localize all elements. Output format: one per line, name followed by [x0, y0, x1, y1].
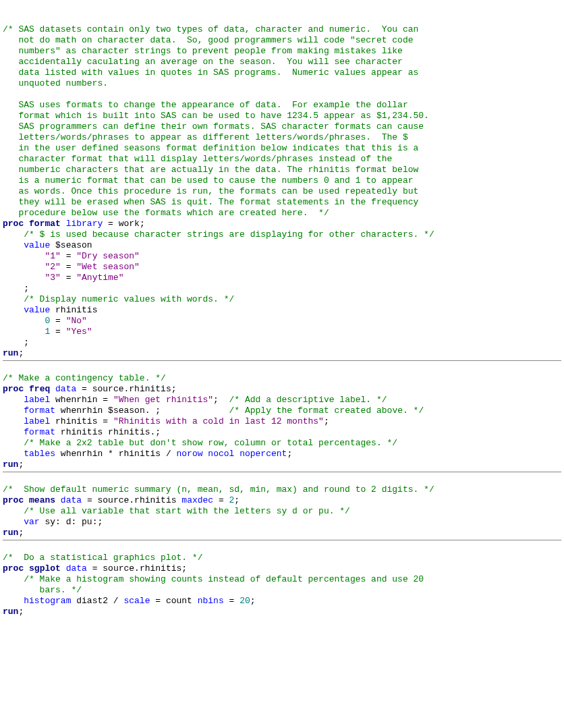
value-keyword-2: value: [24, 305, 50, 315]
divider-3: [3, 540, 561, 540]
tables-keyword: tables: [24, 449, 55, 459]
whenrhin-var-2: whenrhin: [61, 405, 103, 416]
comment-intro: /* SAS datasets contain only two types o…: [3, 24, 429, 218]
nopercent-opt: nopercent: [239, 449, 287, 459]
label-keyword: label: [24, 395, 50, 405]
comment-dollar: /* $ is used because character strings a…: [24, 229, 434, 240]
norow-opt: norow: [177, 449, 203, 459]
comment-sgplot: /* Do a statistical graphics plot. */: [3, 553, 202, 563]
diast2-var: diast2: [76, 596, 108, 606]
work-lib: work: [119, 219, 140, 229]
library-option: library: [66, 219, 103, 229]
rhin-label-text: "Rhinitis with a cold in last 12 months": [113, 416, 324, 426]
no-val: "No": [66, 316, 87, 326]
data-option-2: data: [61, 495, 82, 505]
format-keyword: format: [29, 219, 61, 229]
season-val-3: "Anytime": [76, 273, 123, 283]
data-option-3: data: [66, 563, 87, 573]
rhinitis-format-name: rhinitis: [55, 305, 97, 315]
run-keyword-4: run: [3, 607, 18, 617]
format-statement-2: format: [24, 427, 55, 437]
maxdec-opt: maxdec: [181, 495, 213, 505]
rhinitis-var-2: rhinitis: [61, 427, 103, 437]
nocol-opt: nocol: [208, 449, 234, 459]
data-option: data: [55, 384, 76, 394]
proc-keyword: proc: [3, 219, 24, 229]
season-format-apply: $season.: [108, 405, 150, 416]
proc-keyword-2: proc: [3, 384, 24, 394]
whenrhin-table: whenrhin: [61, 449, 103, 459]
season-key-2: "2": [45, 262, 60, 272]
comment-histogram: /* Make a histogram showing counts inste…: [3, 574, 424, 595]
var-keyword: var: [24, 517, 39, 527]
divider: [3, 360, 561, 361]
season-key-1: "1": [45, 251, 60, 261]
means-keyword: means: [29, 495, 55, 505]
var-list: sy: d: pu:: [45, 517, 97, 527]
rhinitis-format-apply: rhinitis.: [108, 427, 155, 437]
when-label-text: "When get rhinitis": [113, 395, 213, 405]
proc-keyword-3: proc: [3, 495, 24, 505]
sas-code-block: /* SAS datasets contain only two types o…: [3, 24, 561, 617]
rhinitis-var: rhinitis: [55, 416, 97, 426]
sgplot-keyword: sgplot: [29, 563, 61, 573]
proc-keyword-4: proc: [3, 563, 24, 573]
yes-val: "Yes": [66, 327, 92, 337]
season-val-2: "Wet season": [76, 262, 140, 272]
season-format-name: $season: [55, 240, 92, 250]
dataset-ref-2: source.rhinitis: [97, 495, 176, 505]
comment-means: /* Show default numeric summary (n, mean…: [3, 484, 434, 495]
whenrhin-var: whenrhin: [55, 395, 97, 405]
label-keyword-2: label: [24, 416, 50, 426]
comment-2x2: /* Make a 2x2 table but don't show row, …: [24, 438, 397, 448]
dataset-ref: source.rhinitis: [92, 384, 171, 394]
comment-varlist: /* Use all variable that start with the …: [24, 506, 350, 516]
run-keyword-3: run: [3, 528, 18, 538]
value-keyword: value: [24, 240, 50, 250]
dataset-ref-3: source.rhinitis: [103, 563, 181, 573]
run-keyword: run: [3, 348, 18, 358]
run-keyword-2: run: [3, 459, 18, 470]
comment-label: /* Add a descriptive label. */: [229, 395, 387, 405]
format-statement: format: [24, 405, 55, 416]
histogram-keyword: histogram: [24, 596, 71, 606]
divider-2: [3, 472, 561, 472]
nbins-opt: nbins: [198, 596, 224, 606]
count-val: count: [166, 596, 192, 606]
rhinitis-table: rhinitis: [119, 449, 161, 459]
season-val-1: "Dry season": [76, 251, 140, 261]
comment-apply: /* Apply the format created above. */: [229, 405, 424, 416]
comment-numeric: /* Display numeric values with words. */: [24, 294, 234, 304]
scale-opt: scale: [123, 596, 150, 606]
comment-contingency: /* Make a contingency table. */: [3, 373, 166, 383]
freq-keyword: freq: [29, 384, 50, 394]
season-key-3: "3": [45, 273, 60, 283]
nbins-val: 20: [239, 596, 250, 606]
